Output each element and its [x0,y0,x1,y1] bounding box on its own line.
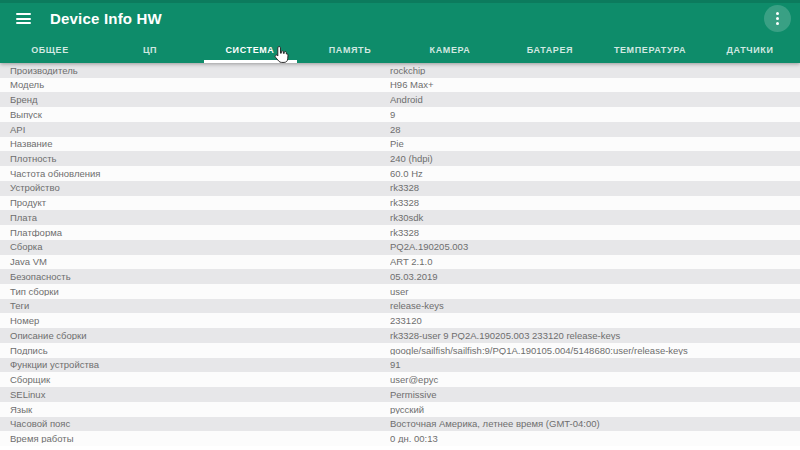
row-value: rockchip [390,66,800,76]
tab-label: СИСТЕМА [226,43,275,55]
row-label: Производитель [0,66,390,76]
row-value: rk30sdk [390,213,800,223]
table-row: БрендAndroid [0,92,800,107]
table-row: Сборщикuser@epyc [0,372,800,387]
row-value: PQ2A.190205.003 [390,242,800,252]
row-label: Подпись [0,346,390,356]
active-tab-indicator [204,60,297,63]
vertical-ellipsis-icon [776,12,779,25]
app-header: Device Info HW ОБЩЕЕЦПСИСТЕМАПАМЯТЬКАМЕР… [0,0,800,63]
row-value: ART 2.1.0 [390,257,800,267]
table-row: МодельH96 Max+ [0,78,800,93]
hamburger-menu-icon[interactable] [16,13,31,24]
row-value: rk3328 [390,228,800,238]
table-row: Устройствоrk3328 [0,181,800,196]
tab-label: ПАМЯТЬ [329,43,372,55]
tab-memory[interactable]: ПАМЯТЬ [300,34,400,63]
tab-temperature[interactable]: ТЕМПЕРАТУРА [600,34,700,63]
table-row: Тип сборкиuser [0,284,800,299]
table-row: Производительrockchip [0,63,800,78]
row-value: Восточная Америка, летнее время (GMT-04:… [390,419,800,429]
row-value: 28 [390,125,800,135]
app-bar: Device Info HW [0,0,800,34]
tab-sensors[interactable]: ДАТЧИКИ [700,34,800,63]
row-label: Модель [0,80,390,90]
row-value: Permissive [390,390,800,400]
row-label: API [0,125,390,135]
table-row: Java VMART 2.1.0 [0,255,800,270]
row-label: Устройство [0,183,390,193]
table-row: НазваниеPie [0,137,800,152]
row-value: user@epyc [390,375,800,385]
tab-label: ЦП [143,43,157,55]
row-label: Выпуск [0,110,390,120]
table-row: Продуктrk3328 [0,196,800,211]
tab-general[interactable]: ОБЩЕЕ [0,34,100,63]
row-label: Продукт [0,198,390,208]
tab-camera[interactable]: КАМЕРА [400,34,500,63]
app-title: Device Info HW [50,10,162,27]
row-value: release-keys [390,301,800,311]
row-label: Java VM [0,257,390,267]
table-row: Плотность240 (hdpi) [0,151,800,166]
system-properties-table: ПроизводительrockchipМодельH96 Max+Бренд… [0,63,800,446]
row-value: rk3328 [390,198,800,208]
row-label: Время работы [0,434,390,444]
row-label: Сборка [0,242,390,252]
row-value: Pie [390,139,800,149]
row-label: SELinux [0,390,390,400]
row-label: Платформа [0,228,390,238]
table-row: Время работы0 дн. 00:13 [0,431,800,446]
table-row: Платаrk30sdk [0,210,800,225]
tab-bar: ОБЩЕЕЦПСИСТЕМАПАМЯТЬКАМЕРАБАТАРЕЯТЕМПЕРА… [0,34,800,63]
row-label: Язык [0,405,390,415]
row-label: Часовой пояс [0,419,390,429]
table-row: Безопасность05.03.2019 [0,269,800,284]
table-row: Часовой поясВосточная Америка, летнее вр… [0,417,800,432]
row-value: user [390,287,800,297]
row-label: Сборщик [0,375,390,385]
tab-system[interactable]: СИСТЕМА [200,34,300,63]
row-label: Теги [0,301,390,311]
tab-label: ТЕМПЕРАТУРА [614,43,686,55]
row-value: 60.0 Hz [390,169,800,179]
row-value: 233120 [390,316,800,326]
table-row: Номер233120 [0,313,800,328]
table-row: Описание сборкиrk3328-user 9 PQ2A.190205… [0,328,800,343]
overflow-menu-button[interactable] [764,5,791,32]
row-label: Номер [0,316,390,326]
row-value: 240 (hdpi) [390,154,800,164]
row-value: русский [390,405,800,415]
row-value: H96 Max+ [390,80,800,90]
row-label: Частота обновления [0,169,390,179]
tab-battery[interactable]: БАТАРЕЯ [500,34,600,63]
row-label: Тип сборки [0,287,390,297]
row-label: Название [0,139,390,149]
tab-label: КАМЕРА [430,43,471,55]
row-value: rk3328-user 9 PQ2A.190205.003 233120 rel… [390,331,800,341]
row-value: google/sailfish/sailfish:9/PQ1A.190105.0… [390,346,800,356]
table-row: Функции устройства91 [0,358,800,373]
row-label: Безопасность [0,272,390,282]
row-label: Функции устройства [0,360,390,370]
table-row: СборкаPQ2A.190205.003 [0,240,800,255]
table-row: Платформаrk3328 [0,225,800,240]
row-value: Android [390,95,800,105]
table-row: API28 [0,122,800,137]
row-label: Описание сборки [0,331,390,341]
row-value: 91 [390,360,800,370]
row-value: 05.03.2019 [390,272,800,282]
tab-cpu[interactable]: ЦП [100,34,200,63]
table-row: Частота обновления60.0 Hz [0,166,800,181]
row-value: rk3328 [390,183,800,193]
row-label: Плата [0,213,390,223]
table-row: SELinuxPermissive [0,387,800,402]
tab-label: БАТАРЕЯ [527,43,573,55]
table-row: Тегиrelease-keys [0,299,800,314]
row-value: 9 [390,110,800,120]
row-label: Плотность [0,154,390,164]
row-value: 0 дн. 00:13 [390,434,800,444]
row-label: Бренд [0,95,390,105]
table-row: Языкрусский [0,402,800,417]
tab-label: ДАТЧИКИ [727,43,774,55]
